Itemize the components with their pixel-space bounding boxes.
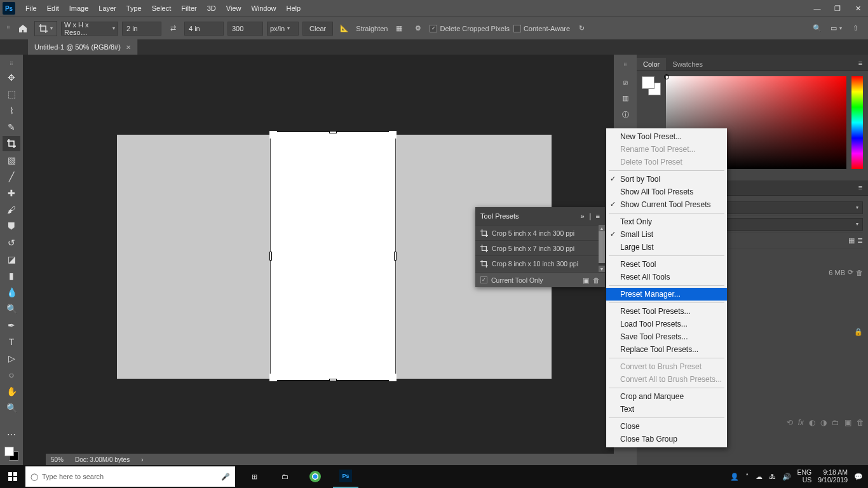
libraries-icon[interactable]: ▥ — [622, 94, 628, 102]
current-tool-only-checkbox[interactable]: Current Tool Only — [491, 276, 543, 284]
start-button[interactable] — [0, 465, 25, 488]
panel-menu-icon[interactable]: ≡ — [853, 180, 868, 195]
thumb-view-icon[interactable]: ▦ — [848, 236, 855, 245]
menu-item[interactable]: Show Current Tool Presets — [606, 198, 727, 211]
blur-tool[interactable]: 💧 — [3, 285, 20, 300]
menu-item[interactable]: Replace Tool Presets... — [606, 343, 727, 356]
menu-edit[interactable]: Edit — [42, 4, 64, 12]
task-view-icon[interactable]: ⊞ — [241, 465, 267, 488]
grid-overlay-icon[interactable]: ▦ — [391, 21, 407, 36]
move-tool[interactable]: ✥ — [3, 70, 20, 85]
menu-help[interactable]: Help — [281, 4, 306, 12]
close-button[interactable]: ✕ — [849, 2, 867, 15]
clear-button[interactable]: Clear — [302, 22, 333, 36]
notifications-icon[interactable]: 💬 — [854, 473, 863, 481]
tab-swatches[interactable]: Swatches — [666, 58, 709, 71]
menu-item[interactable]: Text — [606, 403, 727, 416]
new-layer-icon[interactable]: ▣ — [844, 418, 851, 427]
reset-icon[interactable]: ↻ — [574, 21, 589, 36]
menu-item[interactable]: Preset Manager... — [606, 288, 727, 301]
healing-tool[interactable]: ✚ — [3, 186, 20, 201]
eyedropper-tool[interactable]: ╱ — [3, 169, 20, 184]
gradient-tool[interactable]: ▮ — [3, 268, 20, 283]
close-tab-icon[interactable]: ✕ — [126, 44, 131, 51]
pen-tool[interactable]: ✒ — [3, 318, 20, 333]
menu-filter[interactable]: Filter — [176, 4, 201, 12]
preset-item[interactable]: Crop 5 inch x 7 inch 300 ppi — [475, 240, 599, 255]
dodge-tool[interactable]: 🔍 — [3, 301, 20, 316]
stamp-tool[interactable]: ⛊ — [3, 219, 20, 234]
zoom-tool[interactable]: 🔍 — [3, 400, 20, 416]
menu-item[interactable]: Sort by Tool — [606, 173, 727, 186]
fg-bg-swatch[interactable] — [3, 444, 20, 464]
adjustment-icon[interactable]: ◑ — [820, 418, 827, 427]
lasso-tool[interactable]: ⌇ — [3, 103, 20, 118]
minimize-button[interactable]: — — [808, 2, 826, 15]
zoom-level[interactable]: 50% — [51, 456, 64, 463]
volume-icon[interactable]: 🔊 — [782, 473, 791, 481]
link-icon[interactable]: ⟲ — [787, 418, 793, 427]
home-icon[interactable] — [15, 21, 31, 36]
content-aware-checkbox[interactable]: Content-Aware — [513, 25, 570, 32]
type-tool[interactable]: T — [3, 334, 20, 349]
people-icon[interactable]: 👤 — [730, 473, 739, 481]
menu-view[interactable]: View — [221, 4, 247, 12]
fg-bg-swatch[interactable] — [642, 76, 661, 95]
tab-color[interactable]: Color — [637, 58, 666, 71]
menu-item[interactable]: Close Tab Group — [606, 433, 727, 445]
preset-item[interactable]: Crop 5 inch x 4 inch 300 ppi — [475, 225, 599, 240]
menu-image[interactable]: Image — [64, 4, 94, 12]
menu-type[interactable]: Type — [121, 4, 147, 12]
eraser-tool[interactable]: ◪ — [3, 252, 20, 267]
swap-icon[interactable]: ⇄ — [165, 21, 180, 36]
menu-window[interactable]: Window — [246, 4, 281, 12]
quick-select-tool[interactable]: ✎ — [3, 119, 20, 135]
shape-tool[interactable]: ○ — [3, 367, 20, 383]
panel-menu-icon[interactable]: ≡ — [596, 212, 600, 220]
document-tab[interactable]: Untitled-1 @ 50% (RGB/8#) ✕ — [28, 39, 138, 55]
list-view-icon[interactable]: ≣ — [857, 236, 863, 245]
region-label[interactable]: US — [803, 477, 812, 484]
maximize-button[interactable]: ❐ — [829, 2, 846, 15]
taskbar-search[interactable]: ◯ Type here to search 🎤 — [25, 466, 235, 487]
collapse-icon[interactable]: » — [580, 212, 584, 220]
lock-all-icon[interactable]: 🔒 — [854, 328, 863, 336]
delete-icon[interactable]: 🗑 — [857, 418, 864, 427]
cloud-icon[interactable]: ⟳ — [848, 268, 853, 276]
preset-item[interactable]: Crop 8 inch x 10 inch 300 ppi — [475, 255, 599, 271]
hue-slider[interactable] — [851, 76, 863, 169]
crop-tool-icon[interactable] — [34, 21, 57, 36]
learn-icon[interactable]: ⎚ — [623, 79, 628, 86]
menu-item[interactable]: Crop and Marquee — [606, 390, 727, 403]
menu-item[interactable]: Text Only — [606, 215, 727, 228]
search-icon[interactable]: 🔍 — [810, 21, 825, 36]
explorer-icon[interactable]: 🗀 — [272, 465, 297, 488]
tray-up-icon[interactable]: ˄ — [745, 473, 749, 481]
menu-item[interactable]: Large List — [606, 241, 727, 254]
menu-3d[interactable]: 3D — [202, 4, 221, 12]
edit-toolbar-icon[interactable]: ⋯ — [3, 427, 20, 442]
share-icon[interactable]: ⇧ — [848, 21, 863, 36]
status-arrow-icon[interactable]: › — [141, 456, 143, 463]
menu-item[interactable]: Small List — [606, 228, 727, 241]
frame-tool[interactable]: ▧ — [3, 152, 20, 168]
menu-select[interactable]: Select — [147, 4, 177, 12]
menu-item[interactable]: Load Tool Presets... — [606, 318, 727, 330]
height-input[interactable] — [184, 22, 224, 36]
path-select-tool[interactable]: ▷ — [3, 351, 20, 366]
menu-item[interactable]: Reset Tool Presets... — [606, 305, 727, 318]
straighten-icon[interactable]: 📐 — [337, 21, 352, 36]
width-input[interactable] — [122, 22, 161, 36]
mask-add-icon[interactable]: ◐ — [809, 418, 815, 427]
menu-item[interactable]: Reset All Tools — [606, 271, 727, 283]
chrome-icon[interactable] — [302, 465, 328, 488]
network-icon[interactable]: 🖧 — [769, 473, 776, 480]
menu-layer[interactable]: Layer — [93, 4, 121, 12]
clock-date[interactable]: 9/10/2019 — [818, 477, 848, 484]
unit-select[interactable]: px/in — [267, 22, 299, 36]
straighten-label[interactable]: Straighten — [356, 25, 388, 32]
history-brush-tool[interactable]: ↺ — [3, 235, 20, 250]
crop-overlay[interactable] — [271, 132, 395, 380]
settings-gear-icon[interactable]: ⚙ — [410, 21, 426, 36]
delete-cropped-checkbox[interactable]: ✓Delete Cropped Pixels — [430, 25, 509, 32]
